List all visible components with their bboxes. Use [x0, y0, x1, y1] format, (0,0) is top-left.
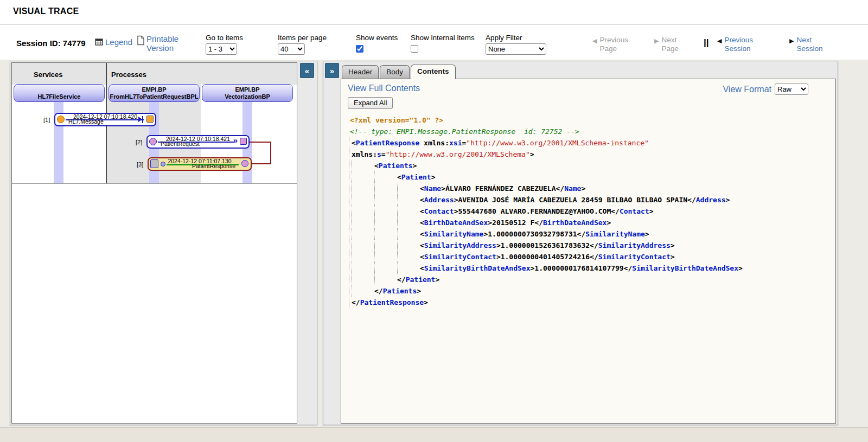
tab-header[interactable]: Header	[342, 65, 379, 79]
indent-guide	[397, 194, 420, 206]
main-area: Services Processes HL7FileService EMPI.B…	[0, 60, 868, 427]
document-icon	[137, 35, 145, 46]
apply-filter-label: Apply Filter	[486, 34, 522, 42]
indent-guide	[374, 262, 397, 274]
trace-diagram-panel: Services Processes HL7FileService EMPI.B…	[10, 61, 317, 425]
previous-session-link[interactable]: ◀ PreviousSession	[717, 36, 753, 53]
lane-label-line2: FromHL7ToPatientRequestBPL	[110, 93, 199, 100]
previous-page-arrow-icon: ◀	[592, 36, 597, 53]
indent-guide	[374, 251, 397, 262]
tab-body[interactable]: Body	[380, 65, 410, 79]
apply-filter-select[interactable]: None	[486, 43, 546, 55]
next-page-button[interactable]: ▶ NextPage	[654, 36, 679, 53]
next-session-arrow-icon: ▶	[789, 36, 794, 53]
xml-line: </PatientResponse>	[349, 297, 829, 308]
apply-filter-group: Apply Filter None	[486, 34, 546, 55]
indent-guide	[352, 251, 374, 262]
trace-item-2-name: PatientRequest	[161, 141, 200, 147]
xml-line: <SimilarityContact>1.0000000401405724216…	[349, 251, 829, 262]
xml-line: <Name>ÁLVARO FERNÁNDEZ CABEZUELA</Name>	[349, 183, 829, 194]
lane-label-line2: HL7FileService	[38, 93, 81, 100]
xml-line: <BirthDateAndSex>20150512 F</BirthDateAn…	[349, 217, 829, 228]
previous-page-label-line2: Page	[599, 44, 617, 53]
indent-guide	[352, 228, 374, 240]
left-panel-gutter: «	[297, 61, 317, 425]
xml-line: </Patients>	[349, 285, 829, 297]
indent-guide	[397, 217, 420, 228]
processes-column-header: Processes	[111, 71, 146, 79]
xml-line: <SimilarityAddress>1.0000001526361783632…	[349, 240, 829, 251]
legend-table-icon	[95, 39, 103, 46]
show-events-checkbox[interactable]	[356, 45, 363, 53]
legend-label: Legend	[105, 37, 132, 47]
indent-guide	[374, 228, 397, 240]
target-square-icon	[150, 159, 158, 168]
event-square-icon	[146, 116, 154, 123]
trace-item-3-selected[interactable]: 2024-12-12 07:11:07.130 PatientResponse	[148, 157, 252, 171]
xml-line: <!-- type: EMPI.Message.PatientResponse …	[348, 126, 829, 137]
nav-separator: ||	[704, 37, 709, 48]
view-format-label: View Format	[723, 85, 771, 94]
indent-guide	[397, 251, 420, 262]
trace-item-3-name: PatientResponse	[192, 163, 235, 169]
collapse-left-pane-button[interactable]: «	[300, 63, 314, 78]
contents-tab-panel: View Full Contents View Format Raw Expan…	[341, 79, 836, 424]
next-page-label-line1: Next	[661, 36, 676, 44]
xml-prolog: <?xml version="1.0" ?><!-- type: EMPI.Me…	[348, 114, 829, 137]
indent-guide	[397, 262, 420, 274]
indent-guide	[397, 206, 420, 217]
trace-item-2[interactable]: 2024-12-12 07:10:18.421 » PatientRequest	[146, 135, 250, 149]
response-circle-icon	[241, 160, 248, 167]
show-events-label: Show events	[356, 34, 398, 42]
indent-guide	[352, 206, 374, 217]
xml-line: <Address>AVENIDA JOSÉ MARÍA CABEZUELA 28…	[349, 194, 829, 206]
view-format-select[interactable]: Raw	[775, 84, 808, 95]
previous-page-button[interactable]: ◀ PreviousPage	[592, 36, 628, 53]
lane-box-vectorizationbp[interactable]: EMPI.BP VectorizationBP	[202, 84, 293, 102]
show-internal-items-checkbox[interactable]	[411, 45, 418, 53]
indent-guide	[374, 194, 397, 206]
lane-box-hl7fileservice[interactable]: HL7FileService	[14, 84, 105, 102]
next-session-label-line1: Next	[796, 36, 812, 44]
indent-guide	[397, 228, 420, 240]
indent-guide	[352, 274, 374, 285]
small-circle-icon	[161, 162, 165, 166]
printable-label-line2: Version	[146, 43, 174, 53]
arrow-stop-bar-icon	[142, 116, 143, 123]
xml-line: <Patient>	[349, 171, 829, 183]
items-per-page-select[interactable]: 40	[278, 43, 305, 55]
expand-right-pane-button[interactable]: »	[325, 63, 339, 78]
indent-guide	[352, 160, 374, 171]
lane-label-line1: EMPI.BP	[235, 86, 259, 93]
next-session-link[interactable]: ▶ NextSession	[789, 36, 823, 53]
double-chevron-arrow-icon: »	[233, 136, 238, 145]
xml-line: <?xml version="1.0" ?>	[348, 114, 829, 126]
next-page-arrow-icon: ▶	[654, 36, 659, 53]
indent-guide	[352, 240, 374, 251]
message-square-icon	[240, 138, 247, 145]
show-events-group: Show events	[356, 34, 398, 53]
indent-guide	[352, 171, 374, 183]
show-internal-items-group: Show internal items	[411, 34, 475, 53]
printable-version-link[interactable]: PrintableVersion	[137, 34, 178, 53]
xml-line: <Patients>	[349, 160, 829, 171]
trace-item-2-index: [2]	[136, 139, 142, 145]
request-response-connector	[250, 142, 271, 164]
go-to-items-group: Go to items 1 - 3	[206, 34, 243, 55]
legend-link[interactable]: Legend	[95, 37, 132, 47]
indent-guide	[374, 274, 397, 285]
trace-item-1-name: HL7.Message	[68, 119, 104, 125]
xml-line: <PatientResponse xmlns:xsi="http://www.w…	[349, 137, 829, 149]
show-internal-items-label: Show internal items	[411, 34, 475, 42]
trace-item-1[interactable]: 2024-12-12 07:10:18.420 HL7.Message	[54, 113, 156, 126]
expand-all-button[interactable]: Expand All	[348, 97, 393, 109]
session-id-label: Session ID: 74779	[16, 39, 86, 48]
go-to-items-select[interactable]: 1 - 3	[206, 43, 237, 55]
lane-box-fromhl7topatientrequestbpl[interactable]: EMPI.BP FromHL7ToPatientRequestBPL	[108, 84, 200, 102]
diagram-region-bottom-border	[12, 183, 297, 184]
xml-line: <SimilarityName>1.0000000730932798731</S…	[349, 228, 829, 240]
view-full-contents-link[interactable]: View Full Contents	[348, 84, 420, 93]
indent-guide	[352, 217, 374, 228]
tab-contents[interactable]: Contents	[411, 65, 456, 79]
lane-label-line2: VectorizationBP	[225, 93, 270, 100]
